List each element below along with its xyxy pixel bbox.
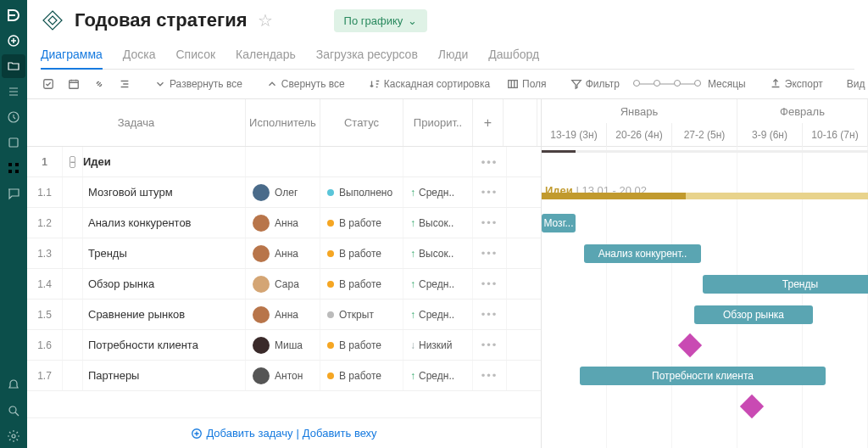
rail-grid[interactable]: [2, 156, 25, 180]
row-number: 1.3: [27, 238, 63, 268]
assignee-cell[interactable]: Антон: [246, 361, 320, 390]
row-menu[interactable]: •••: [473, 147, 507, 176]
status-cell[interactable]: В работе: [320, 269, 403, 299]
assignee-cell[interactable]: Олег: [246, 177, 320, 207]
tab-Загрузка ресурсов[interactable]: Загрузка ресурсов: [316, 41, 418, 70]
add-task-link[interactable]: Добавить задачу: [191, 427, 292, 440]
assignee-cell[interactable]: Анна: [246, 208, 320, 238]
week-header: 10-16 (7н): [803, 123, 868, 147]
status-cell[interactable]: В работе: [320, 238, 403, 268]
collapse-toggle[interactable]: −: [70, 156, 75, 168]
milestone-diamond[interactable]: [740, 395, 764, 418]
assignee-cell[interactable]: Анна: [246, 300, 320, 329]
group-track[interactable]: [542, 193, 686, 199]
task-name[interactable]: Сравнение рынков: [83, 300, 246, 329]
rail-bell[interactable]: [2, 373, 25, 397]
star-icon[interactable]: ☆: [258, 10, 273, 31]
task-name[interactable]: Анализ конкурентов: [83, 208, 246, 238]
task-name[interactable]: Потребности клиента: [83, 330, 246, 360]
rail-settings[interactable]: [2, 424, 25, 448]
priority-cell[interactable]: ↓ Низкий: [403, 330, 473, 360]
gantt-bar[interactable]: Мозг...: [542, 214, 576, 232]
cascade-sort-button[interactable]: Каскадная сортировка: [364, 75, 495, 93]
col-assignee[interactable]: Исполнитель: [246, 99, 320, 146]
task-name[interactable]: Обзор рынка: [83, 269, 246, 299]
view-button[interactable]: Вид ⌄: [842, 75, 868, 93]
tool-calendar[interactable]: [63, 75, 85, 93]
row-menu[interactable]: •••: [473, 208, 507, 238]
priority-cell[interactable]: ↑ Высок..: [403, 238, 473, 268]
row-menu[interactable]: •••: [473, 361, 507, 390]
milestone-diamond[interactable]: [678, 333, 702, 357]
status-cell[interactable]: В работе: [320, 330, 403, 360]
task-row[interactable]: 1.4 Обзор рынка Сара В работе ↑ Средн.. …: [27, 269, 541, 300]
row-menu[interactable]: •••: [473, 177, 507, 207]
gantt-bar[interactable]: Анализ конкурент..: [584, 244, 701, 263]
row-menu[interactable]: •••: [473, 300, 507, 329]
avatar: [253, 184, 270, 201]
month-header: Февраль: [737, 99, 868, 123]
row-menu[interactable]: •••: [473, 269, 507, 299]
rail-menu[interactable]: [2, 80, 25, 104]
col-status[interactable]: Статус: [320, 99, 403, 146]
expand-all-button[interactable]: Развернуть все: [149, 75, 248, 93]
priority-cell[interactable]: ↑ Средн..: [403, 361, 473, 390]
tool-link[interactable]: [88, 75, 110, 93]
rail-chat[interactable]: [2, 182, 25, 205]
tab-Календарь[interactable]: Календарь: [236, 41, 296, 70]
task-name[interactable]: Тренды: [83, 238, 246, 268]
assignee-cell[interactable]: Анна: [246, 238, 320, 268]
col-priority[interactable]: Приорит..: [403, 99, 473, 146]
task-row[interactable]: 1.5 Сравнение рынков Анна Открыт ↑ Средн…: [27, 300, 541, 330]
rail-recent[interactable]: [2, 105, 25, 129]
tool-indent[interactable]: [114, 75, 136, 93]
task-row[interactable]: 1.1 Мозговой штурм Олег Выполнено ↑ Сред…: [27, 177, 541, 208]
rail-add[interactable]: [2, 29, 25, 53]
tab-Дашборд[interactable]: Дашборд: [488, 41, 539, 70]
tool-checkbox[interactable]: [37, 75, 59, 93]
avatar: [253, 276, 270, 293]
task-name[interactable]: Партнеры: [83, 361, 246, 390]
assignee-cell[interactable]: Сара: [246, 269, 320, 299]
task-row[interactable]: 1.7 Партнеры Антон В работе ↑ Средн.. ••…: [27, 361, 541, 391]
export-button[interactable]: Экспорт: [765, 75, 828, 93]
gantt-bar[interactable]: Потребности клиента: [580, 367, 826, 385]
status-badge[interactable]: По графику ⌄: [334, 9, 428, 32]
priority-cell[interactable]: ↑ Средн..: [403, 269, 473, 299]
status-cell[interactable]: Открыт: [320, 300, 403, 329]
priority-cell[interactable]: ↑ Высок..: [403, 208, 473, 238]
group-name[interactable]: Идеи: [83, 147, 246, 176]
collapse-all-button[interactable]: Свернуть все: [261, 75, 350, 93]
row-number: 1: [27, 147, 63, 176]
tab-Диаграмма[interactable]: Диаграмма: [41, 41, 103, 70]
gantt-bar[interactable]: Обзор рынка: [694, 305, 813, 324]
add-milestone-link[interactable]: Добавить веху: [303, 427, 377, 440]
gantt-bar[interactable]: Тренды: [703, 275, 868, 294]
avatar: [253, 367, 270, 384]
col-task[interactable]: Задача: [27, 99, 246, 146]
fields-button[interactable]: Поля: [502, 75, 552, 93]
rail-board[interactable]: [2, 131, 25, 154]
progress-bar: [542, 150, 868, 153]
rail-logo[interactable]: [2, 3, 25, 27]
status-cell[interactable]: В работе: [320, 208, 403, 238]
tab-Список[interactable]: Список: [175, 41, 215, 70]
priority-cell[interactable]: ↑ Средн..: [403, 300, 473, 329]
rail-search[interactable]: [2, 399, 25, 423]
task-row[interactable]: 1.6 Потребности клиента Миша В работе ↓ …: [27, 330, 541, 361]
task-row[interactable]: 1.3 Тренды Анна В работе ↑ Высок.. •••: [27, 238, 541, 269]
status-cell[interactable]: Выполнено: [320, 177, 403, 207]
row-menu[interactable]: •••: [473, 330, 507, 360]
row-menu[interactable]: •••: [473, 238, 507, 268]
task-row[interactable]: 1.2 Анализ конкурентов Анна В работе ↑ В…: [27, 208, 541, 238]
tab-Люди[interactable]: Люди: [438, 41, 468, 70]
status-cell[interactable]: В работе: [320, 361, 403, 390]
tab-Доска[interactable]: Доска: [123, 41, 156, 70]
rail-folder[interactable]: [2, 54, 25, 78]
task-name[interactable]: Мозговой штурм: [83, 177, 246, 207]
add-column-button[interactable]: +: [473, 99, 504, 146]
priority-cell[interactable]: ↑ Средн..: [403, 177, 473, 207]
zoom-slider[interactable]: Месяцы: [628, 75, 751, 93]
filter-button[interactable]: Фильтр: [565, 75, 625, 93]
assignee-cell[interactable]: Миша: [246, 330, 320, 360]
